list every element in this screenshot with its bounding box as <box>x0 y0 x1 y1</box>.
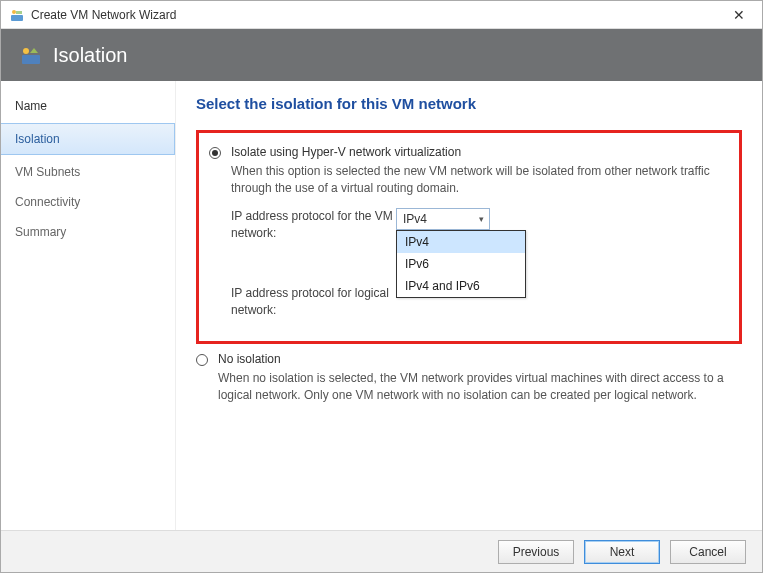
svg-rect-2 <box>16 11 22 14</box>
svg-point-4 <box>23 48 29 54</box>
titlebar: Create VM Network Wizard ✕ <box>1 1 762 29</box>
protocol-fields: IP address protocol for the VM network: … <box>231 208 729 319</box>
svg-point-1 <box>12 10 16 14</box>
wizard-body: Name Isolation VM Subnets Connectivity S… <box>1 81 762 530</box>
sidebar-item-connectivity[interactable]: Connectivity <box>1 187 175 217</box>
no-isolation-option: No isolation When no isolation is select… <box>196 352 742 405</box>
window-title: Create VM Network Wizard <box>31 8 724 22</box>
svg-rect-0 <box>11 15 23 21</box>
chevron-down-icon: ▾ <box>479 214 484 224</box>
logical-protocol-label: IP address protocol for logical network: <box>231 285 396 319</box>
next-button[interactable]: Next <box>584 540 660 564</box>
option-isolate-label: Isolate using Hyper-V network virtualiza… <box>231 145 461 159</box>
cancel-button[interactable]: Cancel <box>670 540 746 564</box>
svg-rect-3 <box>22 55 40 64</box>
wizard-step-icon <box>19 43 43 67</box>
wizard-footer: Previous Next Cancel <box>1 530 762 572</box>
dropdown-item-ipv6[interactable]: IPv6 <box>397 253 525 275</box>
sidebar-item-name[interactable]: Name <box>1 91 175 121</box>
vm-protocol-select-value: IPv4 <box>403 212 427 226</box>
dropdown-item-ipv4[interactable]: IPv4 <box>397 231 525 253</box>
option-none-label: No isolation <box>218 352 281 366</box>
wizard-steps-sidebar: Name Isolation VM Subnets Connectivity S… <box>1 81 176 530</box>
sidebar-item-summary[interactable]: Summary <box>1 217 175 247</box>
option-isolate-description: When this option is selected the new VM … <box>231 163 729 198</box>
vm-protocol-select[interactable]: IPv4 ▾ <box>396 208 490 230</box>
radio-no-isolation[interactable] <box>196 354 208 366</box>
app-icon <box>9 7 25 23</box>
radio-isolate[interactable] <box>209 147 221 159</box>
option-none-row: No isolation <box>196 352 742 366</box>
dropdown-item-ipv4-and-ipv6[interactable]: IPv4 and IPv6 <box>397 275 525 297</box>
option-isolate-row: Isolate using Hyper-V network virtualiza… <box>209 145 729 159</box>
page-title: Isolation <box>53 44 128 67</box>
main-panel: Select the isolation for this VM network… <box>176 81 762 530</box>
sidebar-item-isolation[interactable]: Isolation <box>1 123 175 155</box>
main-heading: Select the isolation for this VM network <box>196 95 742 112</box>
vm-protocol-dropdown: IPv4 IPv6 IPv4 and IPv6 <box>396 230 526 298</box>
sidebar-item-vm-subnets[interactable]: VM Subnets <box>1 157 175 187</box>
option-none-description: When no isolation is selected, the VM ne… <box>218 370 742 405</box>
vm-protocol-label: IP address protocol for the VM network: <box>231 208 396 242</box>
isolation-option-group: Isolate using Hyper-V network virtualiza… <box>196 130 742 344</box>
header-banner: Isolation <box>1 29 762 81</box>
wizard-window: Create VM Network Wizard ✕ Isolation Nam… <box>0 0 763 573</box>
close-button[interactable]: ✕ <box>724 5 754 25</box>
previous-button[interactable]: Previous <box>498 540 574 564</box>
